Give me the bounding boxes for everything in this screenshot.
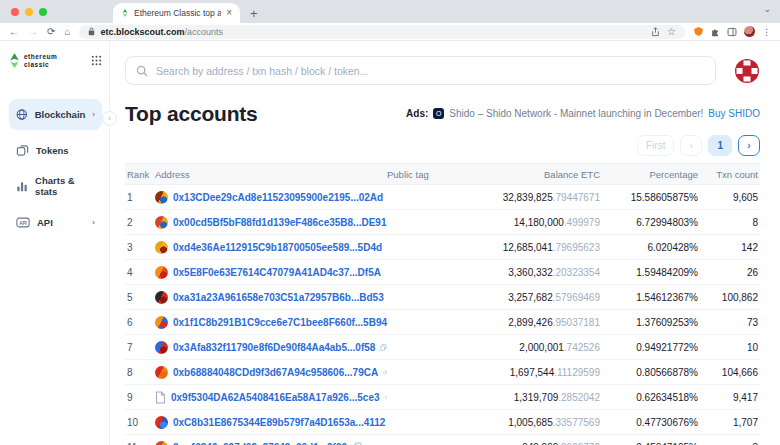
rank-cell: 4 — [125, 267, 155, 278]
address-link[interactable]: 0x00cd5Bf5bF88fd1d139eF486ce35B8...DE91 — [173, 217, 386, 228]
address-link[interactable]: 0x3Afa832f11790e8f6De90f84Aa4ab5...0f58 — [173, 342, 375, 353]
metamask-icon[interactable] — [694, 27, 703, 36]
chevron-right-icon: › — [92, 110, 95, 119]
balance-decimal: .33577569 — [553, 417, 600, 428]
sidebar-item-charts-stats[interactable]: Charts & stats — [9, 171, 102, 202]
address-cell: 0x00cd5Bf5bF88fd1d139eF486ce35B8...DE91 — [155, 216, 387, 229]
address-cell: 0xa40349c697d09c27049c60d1...9f06 — [155, 441, 387, 445]
ad-prefix: Ads: — [406, 108, 428, 119]
balance-decimal: .57969469 — [553, 292, 600, 303]
main-content: Top accounts Ads: O Shido – Shido Networ… — [110, 41, 780, 445]
url-path: /accounts — [184, 27, 223, 37]
balance-integer: 3,257,682 — [508, 292, 553, 303]
sidebar-item-tokens[interactable]: Tokens — [9, 135, 102, 166]
txn-count-cell: 100,862 — [698, 292, 760, 303]
extensions-puzzle-icon[interactable] — [710, 27, 720, 37]
side-panel-icon[interactable] — [727, 27, 737, 37]
network-identicon[interactable] — [734, 58, 760, 84]
table-row: 9 0x9f5304DA62A5408416Ea58A17a926...5ce3… — [125, 385, 760, 410]
header-balance: Balance ETC — [485, 169, 600, 180]
balance-cell: 949,999.9969772 — [485, 442, 600, 445]
copy-icon[interactable] — [380, 342, 387, 353]
address-bar[interactable]: etc.blockscout.com/accounts ☆ — [79, 25, 685, 39]
percentage-cell: 1.37609253% — [600, 317, 698, 328]
api-icon: API — [16, 216, 30, 229]
logo[interactable]: ethereum classic — [9, 53, 102, 69]
sidebar-item-api[interactable]: API API › — [9, 207, 102, 238]
percentage-cell: 15.58605875% — [600, 192, 698, 203]
pagination-current-page[interactable]: 1 — [708, 135, 732, 156]
address-link[interactable]: 0xd4e36Ae112915C9b18700505ee589...5D4d — [173, 242, 382, 253]
balance-integer: 2,000,001 — [519, 342, 564, 353]
sidebar: ethereum classic ‹ Blockchain › — [0, 41, 110, 445]
window-close-button[interactable] — [11, 8, 19, 16]
sidebar-item-label: API — [37, 217, 53, 228]
address-link[interactable]: 0x13CDee29cAd8e11523095900e2195...02Ad — [173, 192, 383, 203]
address-link[interactable]: 0x9f5304DA62A5408416Ea58A17a926...5ce3 — [171, 392, 380, 403]
apps-grid-icon[interactable] — [91, 55, 102, 66]
svg-text:API: API — [19, 220, 27, 225]
browser-tab[interactable]: Ethereum Classic top accounts × — [113, 3, 240, 23]
pagination-first-button[interactable]: First — [637, 135, 674, 156]
pagination-prev-button[interactable]: ‹ — [680, 135, 702, 156]
lock-icon — [88, 27, 95, 36]
profile-avatar[interactable] — [744, 26, 755, 37]
pagination-next-button[interactable]: › — [738, 135, 760, 156]
tab-close-icon[interactable]: × — [226, 8, 232, 18]
address-link[interactable]: 0xa40349c697d09c27049c60d1...9f06 — [173, 442, 347, 445]
balance-integer: 949,999 — [522, 442, 558, 445]
address-cell: 0x1f1C8b291B1C9cce6e7C1bee8F660f...5B94 — [155, 316, 387, 329]
address-identicon — [155, 291, 168, 304]
header-rank: Rank — [125, 169, 155, 180]
reload-icon[interactable]: ⟳ — [47, 27, 55, 37]
ad-link[interactable]: Buy SHIDO — [708, 108, 760, 119]
rank-cell: 1 — [125, 192, 155, 203]
address-cell: 0xd4e36Ae112915C9b18700505ee589...5D4d — [155, 241, 387, 254]
balance-integer: 1,697,544 — [510, 367, 555, 378]
browser-menu-icon[interactable]: ⋮ — [762, 27, 771, 37]
copy-icon[interactable] — [386, 267, 387, 278]
forward-icon[interactable]: → — [28, 27, 38, 37]
address-link[interactable]: 0xC8b31E8675344E89b579f7a4D1653a...4112 — [173, 417, 385, 428]
balance-decimal: .95037181 — [553, 317, 600, 328]
copy-icon[interactable] — [385, 392, 387, 403]
address-identicon — [155, 316, 168, 329]
balance-decimal: .79695623 — [553, 242, 600, 253]
home-icon[interactable]: ⌂ — [64, 27, 70, 37]
balance-cell: 12,685,041.79695623 — [485, 242, 600, 253]
address-link[interactable]: 0xb68884048CDd9f3d67A94c958606...79CA — [173, 367, 378, 378]
chevron-right-icon: › — [92, 218, 95, 227]
bookmark-star-icon[interactable]: ☆ — [667, 27, 676, 37]
address-link[interactable]: 0x1f1C8b291B1C9cce6e7C1bee8F660f...5B94 — [173, 317, 387, 328]
share-icon[interactable] — [651, 27, 660, 37]
address-link[interactable]: 0x5E8F0e63E7614C47079A41AD4c37...Df5A — [173, 267, 381, 278]
extension-icons: ⋮ — [694, 26, 771, 37]
chevron-down-icon[interactable]: ⌄ — [763, 4, 771, 14]
logo-line1: ethereum — [24, 53, 57, 60]
window-zoom-button[interactable] — [39, 8, 47, 16]
sidebar-collapse-button[interactable]: ‹ — [102, 111, 117, 126]
window-controls — [11, 8, 47, 16]
copy-icon[interactable] — [383, 367, 387, 378]
new-tab-button[interactable]: + — [250, 7, 258, 20]
rank-cell: 6 — [125, 317, 155, 328]
address-link[interactable]: 0xa31a23A961658e703C51a72957B6b...Bd53 — [173, 292, 384, 303]
ad-text: Shido – Shido Network - Mainnet launchin… — [449, 108, 703, 119]
table-row: 5 0xa31a23A961658e703C51a72957B6b...Bd53… — [125, 285, 760, 310]
address-identicon — [155, 416, 168, 429]
search-input[interactable] — [156, 65, 705, 77]
address-identicon — [155, 366, 168, 379]
back-icon[interactable]: ← — [9, 27, 19, 37]
sidebar-item-blockchain[interactable]: Blockchain › — [9, 99, 102, 130]
balance-integer: 1,319,709 — [514, 392, 559, 403]
percentage-cell: 1.59484209% — [600, 267, 698, 278]
header-txn-count: Txn count — [698, 169, 760, 180]
address-identicon — [155, 341, 168, 354]
address-cell: 0x3Afa832f11790e8f6De90f84Aa4ab5...0f58 — [155, 341, 387, 354]
table-row: 7 0x3Afa832f11790e8f6De90f84Aa4ab5...0f5… — [125, 335, 760, 360]
table-row: 3 0xd4e36Ae112915C9b18700505ee589...5D4d… — [125, 235, 760, 260]
copy-icon[interactable] — [352, 442, 362, 445]
window-minimize-button[interactable] — [25, 8, 33, 16]
percentage-cell: 0.94921772% — [600, 342, 698, 353]
address-cell: 0x5E8F0e63E7614C47079A41AD4c37...Df5A — [155, 266, 387, 279]
